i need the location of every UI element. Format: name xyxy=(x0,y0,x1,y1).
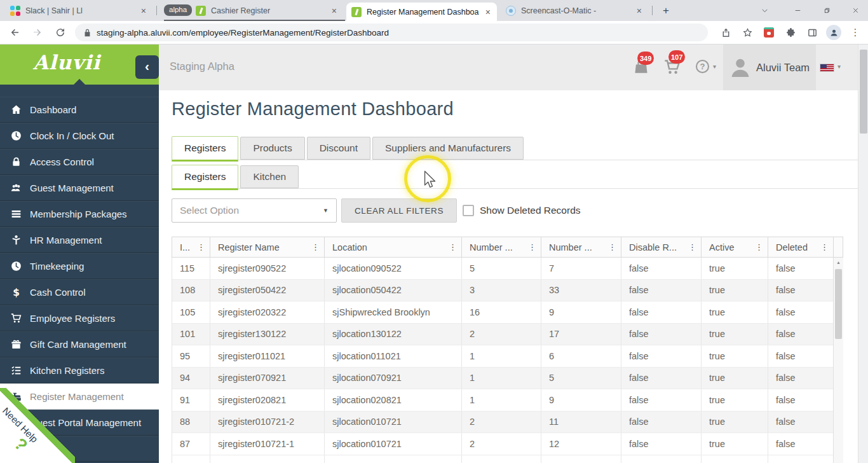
page-scrollbar[interactable] xyxy=(858,45,868,463)
browser-tab-screencast[interactable]: Screencast-O-Matic - × xyxy=(501,0,648,21)
close-icon[interactable]: × xyxy=(635,6,643,16)
bookmark-star-icon[interactable] xyxy=(738,24,756,41)
table-row-partial xyxy=(172,455,843,463)
filter-select-dropdown[interactable]: Select Option ▼ xyxy=(172,198,337,223)
browser-menu-icon[interactable]: ⋮ xyxy=(846,24,864,41)
clear-all-filters-button[interactable]: CLEAR ALL FILTERS xyxy=(341,198,457,223)
table-cell: 1 xyxy=(462,345,541,367)
column-header-5: Number ...⋮ xyxy=(541,237,621,257)
forward-icon[interactable] xyxy=(29,24,46,41)
sidebar-item-kitchen-registers[interactable]: Kitchen Registers xyxy=(0,357,159,384)
home-icon xyxy=(11,104,22,115)
sidebar-item-clock-in-clock-out[interactable]: Clock In / Clock Out xyxy=(0,123,159,149)
table-row[interactable]: 94sjregister070921sjlocation07092115fals… xyxy=(172,368,843,390)
close-window-button[interactable] xyxy=(843,0,868,20)
column-menu-icon[interactable]: ⋮ xyxy=(447,242,458,252)
url-text: staging-alpha.aluvii.com/employee/Regist… xyxy=(97,28,389,38)
sidebar-item-hr-management[interactable]: HR Management xyxy=(0,227,159,253)
table-cell: false xyxy=(768,411,834,433)
column-menu-icon[interactable]: ⋮ xyxy=(753,242,764,252)
close-icon[interactable]: × xyxy=(330,6,338,16)
table-scrollbar[interactable]: ▲ xyxy=(833,258,843,463)
table-row[interactable]: 101sjregister130122sjlocation130122217fa… xyxy=(172,324,843,346)
browser-tab-cashier-register[interactable]: Cashier Register × xyxy=(191,0,343,21)
sidebar-collapse-button[interactable]: ‹ xyxy=(135,55,159,79)
table-row[interactable]: 91sjregister020821sjlocation02082119fals… xyxy=(172,389,843,411)
restore-button[interactable] xyxy=(814,0,839,20)
scroll-up-icon[interactable]: ▲ xyxy=(834,260,843,265)
table-row[interactable]: 108sjregister050422sjlocation050422333fa… xyxy=(172,280,843,302)
us-flag-icon[interactable] xyxy=(820,64,834,72)
extension-red-icon[interactable] xyxy=(760,24,778,41)
sidebar-item-employee-registers[interactable]: Employee Registers xyxy=(0,305,159,331)
new-tab-button[interactable]: + xyxy=(658,3,674,18)
side-panel-icon[interactable] xyxy=(803,24,821,41)
help-caret-icon[interactable]: ▾ xyxy=(713,63,716,70)
share-icon[interactable] xyxy=(717,24,735,41)
table-cell: sjlocation010721 xyxy=(325,411,462,433)
sidebar-item-cash-control[interactable]: $Cash Control xyxy=(0,279,159,305)
extensions-puzzle-icon[interactable] xyxy=(782,24,799,41)
table-cell: false xyxy=(768,368,834,389)
main-area: Staging Alpha 349 107 ? ▾ Aluvii Team xyxy=(159,45,858,463)
tab-suppliers-and-manufacturers[interactable]: Suppliers and Manufacturers xyxy=(372,137,524,160)
dollar-icon: $ xyxy=(11,287,22,298)
tab-discount[interactable]: Discount xyxy=(307,137,370,160)
tab-search-icon[interactable] xyxy=(752,0,777,20)
sidebar-item-timekeeping[interactable]: Timekeeping xyxy=(0,253,159,279)
table-cell xyxy=(462,455,541,463)
column-menu-icon[interactable]: ⋮ xyxy=(818,242,830,252)
filter-select-value: Select Option xyxy=(180,205,239,216)
sidebar-item-guest-management[interactable]: Guest Management xyxy=(0,175,159,201)
person-icon xyxy=(11,235,22,245)
need-help-ribbon[interactable]: Need Help ? xyxy=(0,388,75,463)
table-cell xyxy=(325,455,462,463)
table-row[interactable]: 105sjregister020322sjShipwrecked Brookly… xyxy=(172,301,843,324)
table-row[interactable]: 87sjregister010721-1sjlocation010721212f… xyxy=(172,433,843,455)
tab-products[interactable]: Products xyxy=(240,137,304,160)
site-name: Staging Alpha xyxy=(170,60,234,73)
back-icon[interactable] xyxy=(6,24,23,41)
close-icon[interactable]: × xyxy=(140,6,147,16)
table-cell: sjregister050422 xyxy=(210,280,325,301)
browser-tab-register-management[interactable]: Register Management Dashboard × xyxy=(346,3,497,21)
column-menu-icon[interactable]: ⋮ xyxy=(686,242,698,252)
profile-avatar-icon[interactable] xyxy=(825,24,843,41)
close-icon[interactable]: × xyxy=(484,7,492,17)
tab-separator xyxy=(156,6,157,15)
table-row[interactable]: 95sjregister011021sjlocation01102116fals… xyxy=(172,345,843,368)
sidebar-item-membership-packages[interactable]: Membership Packages xyxy=(0,201,159,227)
checklist-icon xyxy=(11,365,22,376)
address-bar[interactable]: staging-alpha.aluvii.com/employee/Regist… xyxy=(75,24,708,41)
subtab-registers[interactable]: Registers xyxy=(172,165,238,190)
column-menu-icon[interactable]: ⋮ xyxy=(195,242,207,252)
table-row[interactable]: 115sjregister090522sjlocation09052257fal… xyxy=(172,258,843,280)
table-row[interactable]: 88sjregister010721-2sjlocation010721211f… xyxy=(172,411,843,434)
sidebar-item-gift-card-management[interactable]: Gift Card Management xyxy=(0,331,159,357)
column-menu-icon[interactable]: ⋮ xyxy=(309,242,321,252)
lock-icon xyxy=(11,156,22,167)
language-caret-icon[interactable]: ▾ xyxy=(837,63,841,70)
tab-registers[interactable]: Registers xyxy=(172,136,238,162)
browser-tab-slack[interactable]: Slack | Sahir | Ll × xyxy=(5,0,153,21)
table-cell: 9 xyxy=(541,301,621,323)
aluvii-icon xyxy=(351,7,362,17)
tab-group-label[interactable]: alpha xyxy=(164,4,192,16)
reload-icon[interactable] xyxy=(52,24,69,41)
column-header-6: Disable R...⋮ xyxy=(621,237,702,257)
sidebar-item-dashboard[interactable]: Dashboard xyxy=(0,97,159,123)
table-scrollbar-thumb[interactable] xyxy=(835,269,842,339)
user-panel[interactable]: Aluvii Team xyxy=(723,45,816,90)
page-scrollbar-thumb[interactable] xyxy=(860,50,867,134)
subtab-kitchen[interactable]: Kitchen xyxy=(240,165,299,188)
column-menu-icon[interactable]: ⋮ xyxy=(526,242,538,252)
table-cell: true xyxy=(702,280,768,301)
table-cell: sjregister011021 xyxy=(210,345,325,367)
show-deleted-checkbox[interactable] xyxy=(463,205,474,216)
help-icon[interactable]: ? xyxy=(696,60,709,73)
table-cell: 95 xyxy=(172,345,210,367)
column-menu-icon[interactable]: ⋮ xyxy=(606,242,618,252)
sidebar-item-label: Gift Card Management xyxy=(30,339,126,350)
sidebar-item-access-control[interactable]: Access Control xyxy=(0,149,159,175)
minimize-button[interactable] xyxy=(785,0,810,20)
